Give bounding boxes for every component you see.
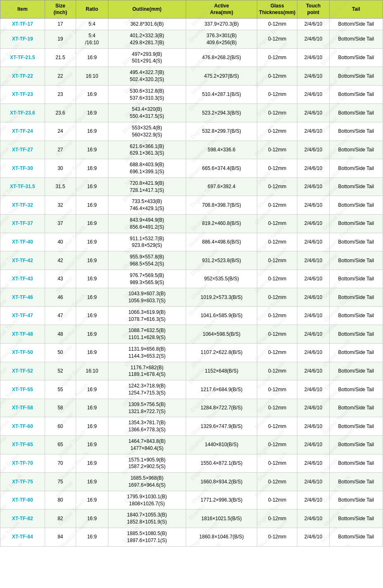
cell-item: XT-TF-46: [0, 288, 45, 307]
cell-active: 931.2×523.8(B/S): [186, 251, 257, 270]
table-row: XT-TF-323216:9733.5×433(B) 746.4×429.1(S…: [0, 196, 383, 215]
cell-active: 376.3×301(B) 409.6×256(B): [186, 30, 257, 48]
cell-item: XT-TF-52: [0, 362, 45, 380]
cell-tail: Bottom/Side Tail: [329, 473, 383, 491]
cell-touch: 2/4/6/10: [297, 362, 330, 380]
cell-touch: 2/4/6/10: [297, 306, 330, 325]
table-row: XT-TF-21.521.516:9497×293.9(B) 501×291.4…: [0, 48, 383, 67]
cell-outline: 1885.5×1080.5(B) 1897.6×1077.1(S): [108, 528, 186, 547]
cell-glass: 0-12mm: [257, 30, 297, 48]
product-table: ItemSize (inch)RatioOutline(mm)Active Ar…: [0, 0, 383, 547]
cell-outline: 497×293.9(B) 501×291.4(S): [108, 48, 186, 67]
cell-tail: Bottom/Side Tail: [329, 233, 383, 251]
cell-outline: 1685.5×968(B) 1697.6×964.6(S): [108, 473, 186, 491]
cell-size: 70: [45, 454, 76, 473]
cell-tail: Bottom/Side Tail: [329, 214, 383, 233]
cell-active: 1217.6×684.9(B/S): [186, 380, 257, 399]
cell-outline: 688.8×403.9(B) 696.1×399.1(S): [108, 159, 186, 178]
cell-glass: 0-12mm: [257, 85, 297, 104]
cell-item: XT-TF-60: [0, 417, 45, 436]
cell-ratio: 16:9: [76, 288, 108, 307]
cell-tail: Bottom/Side Tail: [329, 344, 383, 362]
cell-tail: Bottom/Side Tail: [329, 380, 383, 399]
cell-item: XT-TF-42: [0, 251, 45, 270]
cell-ratio: 5:4 /16:10: [76, 30, 108, 48]
cell-ratio: 16:9: [76, 491, 108, 509]
cell-tail: Bottom/Side Tail: [329, 19, 383, 30]
cell-glass: 0-12mm: [257, 325, 297, 344]
cell-active: 952×535.5(B/S): [186, 270, 257, 288]
cell-tail: Bottom/Side Tail: [329, 48, 383, 67]
col-header-touch: Touch point: [297, 0, 330, 19]
cell-item: XT-TF-75: [0, 473, 45, 491]
cell-size: 19: [45, 30, 76, 48]
cell-outline: 530.6×312.8(B) 537.6×310.3(S): [108, 85, 186, 104]
cell-outline: 976.7×569.5(B) 989.3×565.9(S): [108, 270, 186, 288]
cell-touch: 2/4/6/10: [297, 196, 330, 215]
cell-active: 886.4×498.6(B/S): [186, 233, 257, 251]
cell-ratio: 16:9: [76, 48, 108, 67]
cell-outline: 1242.3×718.9(B) 1254.7×715.3(S): [108, 380, 186, 399]
cell-active: 665.6×374.4(B/S): [186, 159, 257, 178]
cell-ratio: 16:9: [76, 436, 108, 454]
cell-ratio: 16:10: [76, 67, 108, 86]
col-header-outline: Outline(mm): [108, 0, 186, 19]
cell-item: XT-TF-40: [0, 233, 45, 251]
table-row: XT-TF-606016:91354.3×781.7(B) 1366.6×778…: [0, 417, 383, 436]
cell-touch: 2/4/6/10: [297, 67, 330, 86]
cell-ratio: 16:9: [76, 214, 108, 233]
cell-touch: 2/4/6/10: [297, 528, 330, 547]
cell-active: 475.2×297(B/S): [186, 67, 257, 86]
table-row: XT-TF-848416:91885.5×1080.5(B) 1897.6×10…: [0, 528, 383, 547]
cell-size: 42: [45, 251, 76, 270]
cell-glass: 0-12mm: [257, 399, 297, 417]
cell-touch: 2/4/6/10: [297, 233, 330, 251]
cell-outline: 1043.9×607.3(B) 1056.9×603.7(S): [108, 288, 186, 307]
cell-item: XT-TF-22: [0, 67, 45, 86]
cell-outline: 401.2×332.3(B) 429.8×281.7(B): [108, 30, 186, 48]
cell-outline: 621.6×366.1(B) 629.1×361.3(S): [108, 141, 186, 159]
cell-size: 23: [45, 85, 76, 104]
cell-tail: Bottom/Side Tail: [329, 454, 383, 473]
cell-item: XT-TF-47: [0, 306, 45, 325]
cell-glass: 0-12mm: [257, 288, 297, 307]
cell-item: XT-TF-31.5: [0, 177, 45, 196]
cell-touch: 2/4/6/10: [297, 288, 330, 307]
cell-tail: Bottom/Side Tail: [329, 491, 383, 509]
cell-touch: 2/4/6/10: [297, 85, 330, 104]
cell-tail: Bottom/Side Tail: [329, 104, 383, 122]
cell-touch: 2/4/6/10: [297, 48, 330, 67]
cell-glass: 0-12mm: [257, 473, 297, 491]
cell-glass: 0-12mm: [257, 306, 297, 325]
cell-outline: 1795.9×1030.1(B) 1808×1026.7(S): [108, 491, 186, 509]
cell-active: 819.2×460.8(B/S): [186, 214, 257, 233]
cell-active: 1019.2×573.3(B/S): [186, 288, 257, 307]
cell-size: 52: [45, 362, 76, 380]
cell-outline: 1309.5×756.5(B) 1321.8×722.7(S): [108, 399, 186, 417]
cell-ratio: 16:9: [76, 159, 108, 178]
cell-item: XT-TF-32: [0, 196, 45, 215]
cell-size: 55: [45, 380, 76, 399]
cell-glass: 0-12mm: [257, 141, 297, 159]
cell-ratio: 16:9: [76, 380, 108, 399]
table-row: XT-TF-474716:91066.3×619.9(B) 1078.7×616…: [0, 306, 383, 325]
cell-tail: Bottom/Side Tail: [329, 67, 383, 86]
cell-size: 30: [45, 159, 76, 178]
cell-active: 1064×598.5(B/S): [186, 325, 257, 344]
cell-tail: Bottom/Side Tail: [329, 288, 383, 307]
cell-touch: 2/4/6/10: [297, 473, 330, 491]
cell-glass: 0-12mm: [257, 104, 297, 122]
cell-tail: Bottom/Side Tail: [329, 85, 383, 104]
cell-outline: 911.1×532.7(B) 923.8×529(S): [108, 233, 186, 251]
cell-item: XT-TF-37: [0, 214, 45, 233]
cell-outline: 1131.9×656.8(B) 1144.3×653.2(S): [108, 344, 186, 362]
table-row: XT-TF-404016:9911.1×532.7(B) 923.8×529(S…: [0, 233, 383, 251]
cell-active: 532.8×299.7(B/S): [186, 122, 257, 141]
cell-tail: Bottom/Side Tail: [329, 159, 383, 178]
cell-size: 17: [45, 19, 76, 30]
table-row: XT-TF-232316:9530.6×312.8(B) 537.6×310.3…: [0, 85, 383, 104]
cell-tail: Bottom/Side Tail: [329, 399, 383, 417]
cell-item: XT-TF-30: [0, 159, 45, 178]
table-row: XT-TF-525216:101176.7×682(B) 1189.1×678.…: [0, 362, 383, 380]
cell-active: 476.8×268.2(B/S): [186, 48, 257, 67]
